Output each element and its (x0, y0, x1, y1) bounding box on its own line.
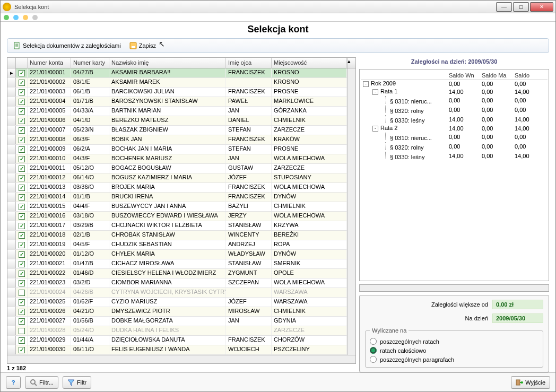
table-row[interactable]: ✓221/01/0002501/62/FCYZIO MARIUSZJÓZEFWA… (7, 298, 347, 307)
table-row[interactable]: ✓221/01/0001303/36/OBROJEK MARIAFRANCISZ… (7, 183, 347, 193)
row-checkbox[interactable]: ✓ (16, 202, 28, 211)
save-button[interactable]: Zapisz (127, 40, 159, 51)
radio-raty[interactable]: poszczególnych ratach (370, 337, 538, 346)
tree-node[interactable]: -Rata 114,000,0014,00 (361, 88, 548, 95)
col-imie-ojca[interactable]: Imię ojca (226, 58, 272, 68)
table-row[interactable]: ✓221/01/0000906/2/ABOCHAK JAN I MARIASTE… (7, 145, 347, 154)
titlebar[interactable]: Selekcja kont — ◻ ✕ (1, 1, 555, 13)
vertical-scrollbar[interactable] (347, 68, 355, 355)
table-row[interactable]: ✓221/01/0000806/3/FBOBIK JANFRANCISZEKKR… (7, 135, 347, 145)
col-nazwisko[interactable]: Nazwisko imię (109, 58, 226, 68)
row-checkbox[interactable]: ✓ (16, 240, 28, 249)
arrears-tree[interactable]: Saldo Wn Saldo Ma Saldo -Rok 20090,000,0… (359, 69, 549, 281)
row-checkbox[interactable]: ✓ (16, 164, 28, 173)
scroll-up-button[interactable]: ▴ (347, 58, 355, 68)
row-checkbox[interactable]: ✓ (16, 298, 28, 307)
tree-toggle[interactable]: - (363, 81, 369, 87)
tree-node[interactable]: § 0310: nieruc...0,000,000,00 (361, 95, 548, 105)
row-checkbox[interactable] (16, 326, 28, 335)
col-numer-karty[interactable]: Numer karty (71, 58, 109, 68)
col-numer-konta[interactable]: Numer konta (28, 58, 71, 68)
row-checkbox[interactable]: ✓ (16, 68, 28, 77)
table-row[interactable]: 221/01/0002805/24/ODUDKA HALINA I FELIKS… (7, 326, 347, 336)
tree-toggle[interactable]: - (372, 126, 378, 132)
tree-node[interactable]: -Rok 20090,000,000,00 (361, 80, 548, 88)
table-row[interactable]: ✓221/01/0000705/23/NBŁASZAK ZBIGNIEWSTEF… (7, 126, 347, 135)
tree-node[interactable]: § 0330: leśny14,000,0014,00 (361, 151, 548, 161)
grid-body[interactable]: ▸✓221/01/0000104/27/BAKSAMIR BARBARA!!FR… (7, 68, 347, 355)
table-row[interactable]: ✓221/01/0001603/18/OBUSZOWIECCY EDWARD I… (7, 212, 347, 221)
row-checkbox[interactable]: ✓ (16, 345, 28, 354)
row-checkbox[interactable]: ✓ (16, 145, 28, 154)
table-row[interactable]: ✓221/01/0001105/12/OBOGACZ BOGUSŁAWGUSTA… (7, 164, 347, 173)
table-row[interactable]: ▸✓221/01/0000104/27/BAKSAMIR BARBARA!!FR… (7, 68, 347, 78)
tree-toggle[interactable]: - (372, 89, 378, 95)
row-checkbox[interactable]: ✓ (16, 307, 28, 316)
tree-node[interactable]: § 0310: nieruc...0,000,000,00 (361, 132, 548, 142)
table-row[interactable]: ✓221/01/0001504/4/FBUSZEWYCCY JAN I ANNA… (7, 202, 347, 212)
table-row[interactable]: ✓221/01/0000203/1/EAKSAMIR MAREKKROSNO (7, 78, 347, 88)
table-row[interactable]: ✓221/01/0001703/29/BCHOJNACKI WIKTOR I E… (7, 221, 347, 231)
table-row[interactable]: ✓221/01/0002701/56/BDOBKE MAŁGORZATAJANG… (7, 317, 347, 326)
tree-node[interactable]: § 0330: leśny14,000,0014,00 (361, 115, 548, 124)
row-checkbox[interactable]: ✓ (16, 250, 28, 259)
table-row[interactable]: ✓221/01/0002001/12/OCHYŁEK MARIAWŁADYSŁA… (7, 250, 347, 259)
table-row[interactable]: ✓221/01/0001401/1/BBRUCKI IRENAFRANCISZE… (7, 193, 347, 202)
radio-raty-calosc[interactable]: ratach całościowo (370, 346, 538, 355)
table-row[interactable]: ✓221/01/0002604/21/ODMYSZEWICZ PIOTRMIRO… (7, 307, 347, 317)
table-row[interactable]: ✓221/01/0001004/3/FBOCHENEK MARIUSZJANWO… (7, 154, 347, 164)
row-checkbox[interactable]: ✓ (16, 126, 28, 135)
tree-hscroll[interactable] (359, 284, 549, 292)
table-row[interactable]: ✓221/01/0002201/46/DCIESIELSCY HELENA I … (7, 269, 347, 278)
row-checkbox[interactable]: ✓ (16, 317, 28, 326)
col-miejscowosc[interactable]: Miejscowość (272, 58, 347, 68)
accounts-grid[interactable]: Numer konta Numer karty Nazwisko imię Im… (7, 57, 356, 364)
row-checkbox[interactable]: ✓ (16, 212, 28, 221)
as-of-date-value[interactable]: 2009/05/30 (492, 313, 543, 323)
horizontal-scrollbar[interactable] (7, 355, 355, 363)
maximize-button[interactable]: ◻ (513, 2, 529, 12)
row-checkbox[interactable]: ✓ (16, 336, 28, 345)
row-checkbox[interactable]: ✓ (16, 154, 28, 163)
table-row[interactable]: ✓221/01/0001206/14/OBOGUSZ KAZIMIERZ I M… (7, 173, 347, 183)
qa-icon-3[interactable] (23, 15, 28, 20)
table-row[interactable]: 221/01/0002404/26/BCYTRYNA WOJCIECH, KRY… (7, 288, 347, 298)
table-row[interactable]: ✓221/01/0003006/11/OFELIS EUGENIUSZ I WA… (7, 345, 347, 355)
greater-than-value[interactable]: 0,00 zł (492, 300, 543, 309)
row-checkbox[interactable]: ✓ (16, 78, 28, 87)
row-checkbox[interactable]: ✓ (16, 135, 28, 144)
qa-icon-2[interactable] (13, 15, 19, 20)
table-row[interactable]: ✓221/01/0000306/1/BBARCIKOWSKI JULIANFRA… (7, 88, 347, 97)
row-checkbox[interactable]: ✓ (16, 278, 28, 288)
tree-node[interactable]: -Rata 214,000,0014,00 (361, 124, 548, 132)
row-checkbox[interactable]: ✓ (16, 183, 28, 192)
table-row[interactable]: ✓221/01/0000504/33/ABARTNIK MARIANJANGÓR… (7, 107, 347, 116)
tree-node[interactable]: § 0320: rolny0,000,000,00 (361, 105, 548, 115)
qa-icon-4[interactable] (32, 15, 38, 20)
table-row[interactable]: ✓221/01/0002303/2/DCIOMBOR MARIANNASZCZE… (7, 278, 347, 288)
row-checkbox[interactable]: ✓ (16, 221, 28, 230)
filter-toggle-button[interactable]: Filtr (63, 376, 91, 389)
table-row[interactable]: ✓221/01/0000401/71/BBAROSZYNOWSKI STANIS… (7, 97, 347, 107)
help-button[interactable]: ? (6, 376, 21, 389)
table-row[interactable]: ✓221/01/0002101/47/BCICHACZ MIROSŁAWASTA… (7, 259, 347, 269)
row-checkbox[interactable]: ✓ (16, 259, 28, 268)
row-checkbox[interactable]: ✓ (16, 116, 28, 125)
table-row[interactable]: ✓221/01/0001904/5/FCHUDZIK SEBASTIANANDR… (7, 240, 347, 250)
row-checkbox[interactable]: ✓ (16, 173, 28, 182)
table-row[interactable]: ✓221/01/0001802/1/BCHROBAK STANISŁAWWINC… (7, 231, 347, 240)
minimize-button[interactable]: — (496, 2, 512, 12)
row-checkbox[interactable]: ✓ (16, 88, 28, 97)
table-row[interactable]: ✓221/01/0002901/44/ADZIĘCIOŁOWSKA DANUTA… (7, 336, 347, 345)
col-check[interactable] (16, 58, 28, 68)
filter-button[interactable]: Filtr... (25, 376, 58, 389)
exit-button[interactable]: Wyjście (511, 376, 550, 389)
row-checkbox[interactable]: ✓ (16, 97, 28, 106)
row-checkbox[interactable]: ✓ (16, 231, 28, 240)
table-row[interactable]: ✓221/01/0000604/1/DBEREZKO MATEUSZDANIEL… (7, 116, 347, 126)
close-button[interactable]: ✕ (530, 2, 553, 12)
select-overdue-docs-button[interactable]: Selekcja dokumentów z zaległościami (11, 40, 124, 51)
row-checkbox[interactable] (16, 288, 28, 297)
qa-icon-1[interactable] (4, 15, 9, 20)
row-checkbox[interactable]: ✓ (16, 269, 28, 278)
